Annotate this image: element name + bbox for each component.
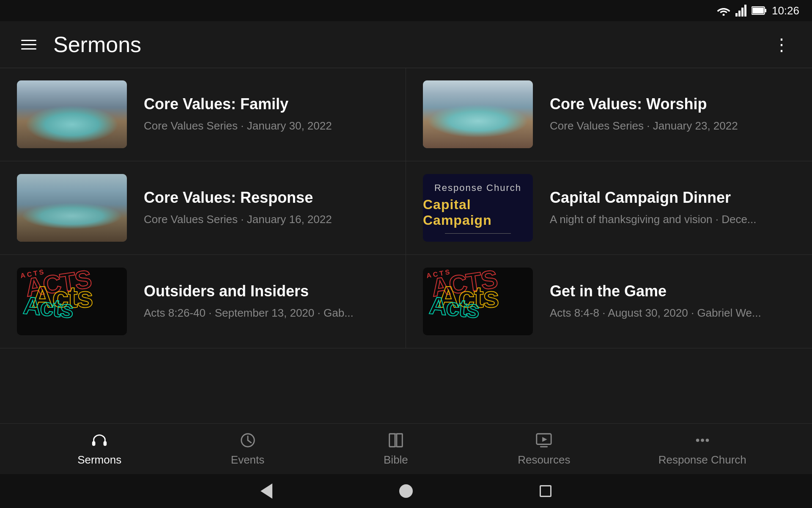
status-bar: 10:26 xyxy=(0,0,812,21)
sermon-title-5: Outsiders and Insiders xyxy=(144,282,389,300)
sermon-title-2: Core Values: Worship xyxy=(550,95,795,113)
sermon-dot-6b: · xyxy=(691,306,697,319)
more-options-icon xyxy=(694,431,711,449)
sermon-thumbnail-2 xyxy=(423,80,533,148)
sermon-date-5: September 13, 2020 xyxy=(215,306,315,319)
nav-item-resources[interactable]: Resources xyxy=(510,431,578,467)
sermon-dot-5b: · xyxy=(318,306,324,319)
sermon-thumbnail-6: ACTS Acts Acts ACTS xyxy=(423,268,533,335)
sermon-item-5[interactable]: ACTS Acts Acts ACTS Outsiders and Inside… xyxy=(0,255,406,348)
sermon-meta-5: Acts 8:26-40 · September 13, 2020 · Gab.… xyxy=(144,305,389,320)
acts-thumbnail-stack-2: ACTS Acts Acts ACTS xyxy=(423,268,533,335)
home-circle-icon xyxy=(399,484,413,498)
nav-item-sermons[interactable]: Sermons xyxy=(66,431,133,467)
bible-icon xyxy=(387,431,405,449)
sermon-dot-2: · xyxy=(647,119,653,132)
sermon-meta-6: Acts 8:4-8 · August 30, 2020 · Gabriel W… xyxy=(550,305,795,320)
more-options-button[interactable]: ⋮ xyxy=(773,35,791,54)
svg-point-22 xyxy=(705,439,709,442)
sermon-date-3: January 16, 2022 xyxy=(247,213,332,226)
sermon-date-2: January 23, 2022 xyxy=(653,119,738,132)
sermon-date-4: Dece... xyxy=(721,213,756,226)
sermon-title-4: Capital Campaign Dinner xyxy=(550,188,795,207)
sermon-title-3: Core Values: Response xyxy=(144,188,389,207)
sermon-date-6: August 30, 2020 xyxy=(608,306,688,319)
sermon-series-5: Acts 8:26-40 xyxy=(144,306,206,319)
status-time: 10:26 xyxy=(772,4,799,17)
sermon-info-3: Core Values: Response Core Values Series… xyxy=(144,188,389,227)
svg-rect-9 xyxy=(104,441,107,446)
clock-icon xyxy=(239,431,257,449)
nav-label-resources: Resources xyxy=(518,453,570,467)
sermon-series-3: Core Values Series xyxy=(144,213,238,226)
acts-layer-3: Acts xyxy=(22,293,74,322)
sermon-meta-4: A night of thanksgiving and vision · Dec… xyxy=(550,212,795,227)
sermon-dot-4: · xyxy=(716,213,721,226)
recents-button[interactable] xyxy=(540,485,551,497)
sermon-item-2[interactable]: Core Values: Worship Core Values Series … xyxy=(406,68,812,161)
svg-point-20 xyxy=(696,439,699,442)
acts-thumbnail-stack: ACTS Acts Acts ACTS xyxy=(17,268,127,335)
svg-rect-13 xyxy=(390,434,395,447)
acts-layer-3b: Acts xyxy=(428,293,480,322)
hamburger-line-1 xyxy=(21,40,36,41)
sermon-thumbnail-1 xyxy=(17,80,127,148)
sermon-series-2: Core Values Series xyxy=(550,119,644,132)
sermon-info-4: Capital Campaign Dinner A night of thank… xyxy=(550,188,795,227)
svg-rect-2 xyxy=(738,11,741,17)
sermon-series-4: A night of thanksgiving and vision xyxy=(550,213,712,226)
bottom-navigation: Sermons Events Bible Resources xyxy=(0,423,812,474)
sermon-info-6: Get in the Game Acts 8:4-8 · August 30, … xyxy=(550,282,795,321)
home-button[interactable] xyxy=(399,484,413,498)
status-icons: 10:26 xyxy=(717,4,799,17)
sermon-info-5: Outsiders and Insiders Acts 8:26-40 · Se… xyxy=(144,282,389,321)
nav-label-events: Events xyxy=(231,453,265,467)
nav-item-response[interactable]: Response Church xyxy=(658,431,746,467)
back-button[interactable] xyxy=(261,483,272,499)
sermon-meta-2: Core Values Series · January 23, 2022 xyxy=(550,118,795,133)
headphone-icon xyxy=(91,431,108,449)
content-area: Core Values: Family Core Values Series ·… xyxy=(0,68,812,430)
sermon-dot-5: · xyxy=(208,306,214,319)
sermon-series-1: Core Values Series xyxy=(144,119,238,132)
header-divider xyxy=(0,68,812,68)
svg-point-21 xyxy=(701,439,704,442)
sermon-grid: Core Values: Family Core Values Series ·… xyxy=(0,68,812,348)
nav-item-events[interactable]: Events xyxy=(214,431,282,467)
recents-square-icon xyxy=(540,485,551,497)
sermon-item-6[interactable]: ACTS Acts Acts ACTS Get in the Game Acts… xyxy=(406,255,812,348)
sermon-thumbnail-4: Response Church Capital Campaign xyxy=(423,174,533,242)
nav-label-bible: Bible xyxy=(384,453,408,467)
capital-underline xyxy=(445,233,511,234)
svg-rect-6 xyxy=(765,9,766,12)
wifi-icon xyxy=(717,6,730,16)
resources-icon xyxy=(535,431,553,449)
nav-item-bible[interactable]: Bible xyxy=(362,431,430,467)
hamburger-line-3 xyxy=(21,48,36,50)
signal-icon xyxy=(735,5,746,17)
sermon-info-1: Core Values: Family Core Values Series ·… xyxy=(144,95,389,134)
hamburger-menu-button[interactable] xyxy=(21,40,36,50)
sermon-speaker-5: Gab... xyxy=(324,306,354,319)
sermon-info-2: Core Values: Worship Core Values Series … xyxy=(550,95,795,134)
sermon-dot-1: · xyxy=(241,119,247,132)
svg-rect-3 xyxy=(741,8,743,17)
svg-rect-7 xyxy=(752,8,764,14)
svg-marker-19 xyxy=(542,437,547,442)
hamburger-line-2 xyxy=(21,44,36,45)
back-triangle-icon xyxy=(261,483,272,499)
svg-rect-4 xyxy=(744,5,746,17)
sermon-item-1[interactable]: Core Values: Family Core Values Series ·… xyxy=(0,68,406,161)
sermon-item-4[interactable]: Response Church Capital Campaign Capital… xyxy=(406,161,812,255)
svg-rect-8 xyxy=(92,441,96,446)
capital-church-name: Response Church xyxy=(434,182,521,193)
capital-campaign-label: Capital Campaign xyxy=(423,197,533,228)
sermon-item-3[interactable]: Core Values: Response Core Values Series… xyxy=(0,161,406,255)
sermon-title-1: Core Values: Family xyxy=(144,95,389,113)
sermon-dot-3: · xyxy=(241,213,247,226)
sermon-date-1: January 30, 2022 xyxy=(247,119,332,132)
sermon-thumbnail-5: ACTS Acts Acts ACTS xyxy=(17,268,127,335)
battery-icon xyxy=(752,6,767,15)
system-navigation-bar xyxy=(0,474,812,508)
svg-line-12 xyxy=(248,440,251,443)
